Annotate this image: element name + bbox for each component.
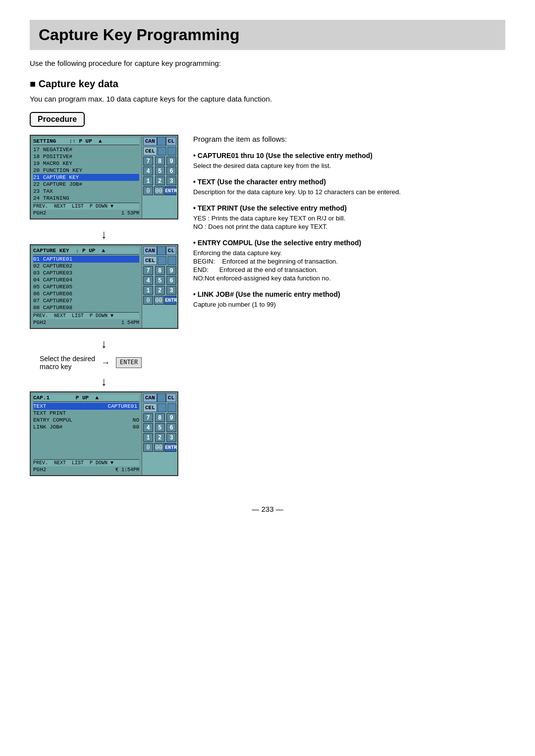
kp2-8[interactable]: 8	[155, 266, 165, 275]
cel-btn-3[interactable]: CEL	[143, 403, 157, 412]
kp3-cel: CEL	[143, 403, 176, 412]
kp2-1[interactable]: 1	[143, 286, 153, 295]
kp2-cel: CEL	[143, 256, 176, 265]
dot2-btn-2	[158, 256, 166, 265]
t3-row-0: TEXT CAPTURE01	[33, 403, 139, 410]
bullet-3: • TEXT PRINT (Use the selective entry me…	[193, 204, 505, 230]
kp1-2[interactable]: 2	[155, 176, 165, 185]
kp1-0[interactable]: 0	[143, 186, 153, 195]
kp2-0[interactable]: 0	[143, 296, 153, 305]
cel-btn-2[interactable]: CEL	[143, 256, 157, 265]
kp1-7[interactable]: 7	[143, 157, 153, 165]
t3-row-1: TEXT PRINT	[33, 410, 139, 417]
kp3-entr[interactable]: ENTR	[164, 443, 176, 452]
kp3-row4: 0 00 ENTR	[143, 443, 176, 452]
t1-row-3: 20 FUNCTION KEY	[33, 167, 139, 174]
dot-btn-3	[157, 393, 166, 402]
kp3-00[interactable]: 00	[154, 443, 164, 452]
can-btn-2[interactable]: CAN	[143, 246, 157, 255]
kp2-row4: 0 00 ENTR	[143, 296, 176, 305]
terminal-2-main: CAPTURE KEY ↓ P UP ▲ 01 CAPTURE01 02 CAP…	[31, 245, 142, 328]
kp3-8[interactable]: 8	[155, 413, 165, 422]
kp2-9[interactable]: 9	[166, 266, 176, 275]
kp1-5[interactable]: 5	[155, 166, 165, 175]
kp2-5[interactable]: 5	[155, 276, 165, 285]
bullet-2-title: • TEXT (Use the character entry method)	[193, 178, 326, 186]
bullet-4-body: Enforcing the data capture key. BEGIN: E…	[193, 249, 505, 282]
kp1-9[interactable]: 9	[166, 157, 176, 165]
dot-btn-1	[157, 137, 166, 146]
bullet-5-title: • LINK JOB# (Use the numeric entry metho…	[193, 290, 340, 298]
can-btn-1[interactable]: CAN	[143, 137, 157, 146]
kp3-3[interactable]: 3	[166, 433, 176, 442]
enter-button[interactable]: ENTER	[116, 357, 142, 368]
t1-header-text: SETTING ↕↑ P UP ▲	[33, 138, 102, 144]
kp1-entr[interactable]: ENTR	[164, 186, 176, 195]
kp3-row2: 4 5 6	[143, 423, 176, 432]
kp3-2[interactable]: 2	[155, 433, 165, 442]
kp2-6[interactable]: 6	[166, 276, 176, 285]
procedure-label: Procedure	[30, 112, 85, 127]
kp3-6[interactable]: 6	[166, 423, 176, 432]
kp2-7[interactable]: 7	[143, 266, 153, 275]
kp2-3[interactable]: 3	[166, 286, 176, 295]
kp3-7[interactable]: 7	[143, 413, 153, 422]
kp3-1[interactable]: 1	[143, 433, 153, 442]
kp1-3[interactable]: 3	[166, 176, 176, 185]
t3-footer2: PGH2 € 1:54PM	[33, 466, 139, 473]
cl-btn-2[interactable]: CL	[166, 246, 176, 255]
kp1-cel: CEL	[143, 147, 176, 156]
cel-btn-1[interactable]: CEL	[143, 147, 157, 156]
kp3-5[interactable]: 5	[155, 423, 165, 432]
t2-row-2: 03 CAPTURE03	[33, 270, 139, 276]
terminal-1-main: SETTING ↕↑ P UP ▲ 17 NEGATIVE# 18 POSITI…	[31, 136, 142, 218]
t1-row-1: 18 POSITIVE#	[33, 153, 139, 160]
bullet-4: • ENTRY COMPUL (Use the selective entry …	[193, 238, 505, 282]
t1-row-6: 23 TAX	[33, 188, 139, 195]
can-btn-3[interactable]: CAN	[143, 393, 157, 402]
kp1-4[interactable]: 4	[143, 166, 153, 175]
kp1-8[interactable]: 8	[155, 157, 165, 165]
t3-footer: PREV. NEXT LIST P DOWN ▼	[33, 459, 139, 466]
terminal-3: CAP.1 P UP ▲ TEXT CAPTURE01 TEXT PRINT E…	[30, 391, 178, 476]
section-desc: You can program max. 10 data capture key…	[30, 95, 505, 103]
cl-btn-3[interactable]: CL	[166, 393, 176, 402]
terminal-1-header: SETTING ↕↑ P UP ▲	[33, 138, 139, 145]
program-label: Program the item as follows:	[193, 135, 505, 143]
terminal-2: CAPTURE KEY ↓ P UP ▲ 01 CAPTURE01 02 CAP…	[30, 244, 178, 329]
bullet-3-title: • TEXT PRINT (Use the selective entry me…	[193, 204, 347, 212]
t3-empty2	[33, 437, 139, 444]
kp2-00[interactable]: 00	[154, 296, 164, 305]
kp2-top: CAN CL	[143, 246, 176, 255]
kp2-4[interactable]: 4	[143, 276, 153, 285]
terminal-1-keypad: CAN CL CEL 7 8 9 4 5 6	[142, 136, 177, 218]
kp3-4[interactable]: 4	[143, 423, 153, 432]
bullet-3-body: YES : Prints the data capture key TEXT o…	[193, 215, 505, 230]
kp1-00[interactable]: 00	[154, 186, 164, 195]
terminal-2-header: CAPTURE KEY ↓ P UP ▲	[33, 247, 139, 255]
dot-btn-2	[157, 246, 166, 255]
kp2-row1: 7 8 9	[143, 266, 176, 275]
t1-row-4: 21 CAPTURE KEY	[33, 174, 139, 181]
t1-row-2: 19 MACRO KEY	[33, 160, 139, 167]
cl-btn-1[interactable]: CL	[166, 137, 176, 146]
bullet-1: • CAPTURE01 thru 10 (Use the selective e…	[193, 151, 505, 169]
kp3-9[interactable]: 9	[166, 413, 176, 422]
kp1-row3: 1 2 3	[143, 176, 176, 185]
right-column: Program the item as follows: • CAPTURE01…	[193, 135, 505, 485]
blank-btn-2	[167, 256, 176, 265]
t2-row-0: 01 CAPTURE01	[33, 256, 139, 263]
terminal-1: SETTING ↕↑ P UP ▲ 17 NEGATIVE# 18 POSITI…	[30, 135, 178, 219]
bullet-1-body: Select the desired data capture key from…	[193, 162, 505, 169]
kp1-6[interactable]: 6	[166, 166, 176, 175]
content-layout: SETTING ↕↑ P UP ▲ 17 NEGATIVE# 18 POSITI…	[30, 135, 505, 485]
select-macro-area: Select the desired macro key → ENTER	[40, 355, 178, 371]
t3-row-2: ENTRY COMPUL NO	[33, 417, 139, 424]
t2-row-1: 02 CAPTURE02	[33, 263, 139, 270]
arrow-down-2: ↓	[30, 338, 178, 350]
kp2-2[interactable]: 2	[155, 286, 165, 295]
kp2-entr[interactable]: ENTR	[164, 296, 176, 305]
arrow-down-1: ↓	[30, 228, 178, 240]
kp3-0[interactable]: 0	[143, 443, 153, 452]
kp1-1[interactable]: 1	[143, 176, 153, 185]
